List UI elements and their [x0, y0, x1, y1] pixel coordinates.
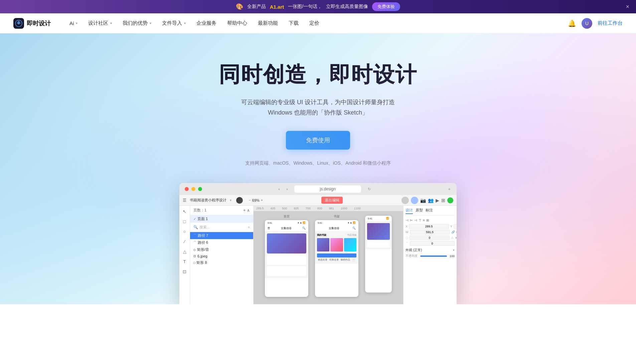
hamburger-icon[interactable]: ☰ — [183, 198, 186, 203]
banner-cta-button[interactable]: 免费体验 — [372, 2, 400, 11]
banner-separator: 一张图/一句话， — [288, 4, 322, 10]
pen-tool[interactable]: ∕ — [181, 238, 188, 245]
sort-icon[interactable]: ≡ — [248, 225, 250, 229]
triangle-tool[interactable]: △ — [181, 248, 188, 255]
nav-ai-chevron: ▾ — [76, 21, 77, 25]
y-label: Y — [450, 225, 452, 228]
layer-item-1[interactable]: ⌒ 路径 6 — [190, 239, 253, 246]
layer-search-bar[interactable]: 🔍 搜索... ≡ — [190, 223, 253, 232]
nav-item-advantages[interactable]: 我们的优势 ▾ — [117, 13, 157, 33]
frame-tool[interactable]: □ — [181, 218, 188, 225]
book-thumb-2 — [330, 238, 343, 251]
tab-bar-indicator — [317, 253, 356, 257]
r1-input[interactable] — [410, 235, 450, 240]
circle-tool[interactable]: ○ — [181, 228, 188, 235]
page-info-bar: 页数：1 + ∧ — [190, 206, 253, 215]
opacity-label: 不透明度 — [406, 254, 418, 258]
search-icon: 🔍 — [193, 225, 198, 229]
exit-edit-button[interactable]: 退出编辑 — [321, 197, 343, 204]
color-mode-icon[interactable] — [236, 197, 243, 204]
nav-forward-icon[interactable]: › — [287, 187, 288, 191]
add-page-icon[interactable]: + — [243, 208, 246, 213]
align-left-icon[interactable]: ⊣ — [406, 218, 409, 222]
hero-cta-button[interactable]: 免费使用 — [286, 131, 350, 150]
workspace-button[interactable]: 前往工作台 — [598, 20, 623, 26]
nav-item-help[interactable]: 帮助中心 — [222, 13, 253, 33]
opacity-slider-track[interactable] — [420, 255, 447, 257]
grid-icon[interactable]: ⊞ — [441, 198, 445, 203]
phone1-status-bar: 9:41 ● ▲ 📶 — [265, 220, 308, 225]
exit-edit-container: 退出编辑 — [266, 197, 398, 204]
add-tab-icon[interactable]: ＋ — [447, 186, 451, 192]
zoom-minus-icon[interactable]: − — [249, 198, 251, 202]
user-avatar[interactable]: U — [582, 18, 592, 29]
phone3-content — [365, 221, 392, 249]
traffic-red-button[interactable] — [185, 187, 189, 191]
logo-link[interactable]: 即时设计 — [13, 18, 51, 29]
traffic-green-button[interactable] — [198, 187, 202, 191]
warning-icon: ⚠ — [451, 236, 454, 239]
y-input[interactable] — [454, 224, 457, 229]
text-tool[interactable]: T — [181, 258, 188, 265]
logo-text: 即时设计 — [27, 19, 51, 27]
tab-annotation[interactable]: 标注 — [426, 208, 433, 214]
banner-close-button[interactable]: × — [626, 3, 629, 10]
select-tool[interactable]: ↖ — [181, 208, 188, 215]
nav-item-pricing[interactable]: 定价 — [304, 13, 325, 33]
corner-icon: ◌ — [406, 236, 408, 239]
tab-prototype[interactable]: 原型 — [416, 208, 423, 214]
x-label: X — [406, 225, 408, 228]
canvas-content[interactable]: 首页 9:41 ● ▲ 📶 ☰ 云集佳谷 🔍 — [254, 211, 403, 304]
phone2-signal: ● ▲ 📶 — [348, 221, 356, 224]
layer-item-4[interactable]: □ 矩形 8 — [190, 259, 253, 266]
nav-item-download[interactable]: 下载 — [283, 13, 304, 33]
phone1-banner — [267, 233, 306, 253]
layer-rect8-label: 矩形 8 — [196, 260, 207, 265]
tab2: 经典名著 — [329, 258, 339, 261]
align-right-icon[interactable]: ⊣ — [414, 218, 417, 222]
collapse-icon[interactable]: ∧ — [247, 208, 250, 213]
zoom-plus-icon[interactable]: + — [261, 198, 263, 202]
nav-item-enterprise[interactable]: 企业服务 — [191, 13, 222, 33]
align-center-v-icon[interactable]: ≡ — [423, 218, 425, 222]
align-top-icon[interactable]: ⊤ — [419, 218, 422, 222]
phone2-nav-bar: 云集佳谷 🔍 — [315, 225, 358, 231]
align-center-h-icon[interactable]: ⊢ — [410, 218, 413, 222]
tab-design[interactable]: 设计 — [406, 208, 413, 214]
notification-bell-icon[interactable]: 🔔 — [568, 19, 576, 27]
r2-input[interactable] — [410, 241, 455, 246]
position-section: X Y W 🔗 H ◌ ⚠ — [406, 224, 455, 246]
people-icon[interactable]: 👥 — [428, 198, 434, 203]
nav-ai-label: Ai — [69, 20, 74, 26]
nav-item-features[interactable]: 最新功能 — [253, 13, 283, 33]
appearance-chevron[interactable]: ▾ — [453, 248, 455, 252]
nav-community-chevron: ▾ — [110, 21, 112, 25]
play-icon[interactable]: ▶ — [436, 198, 439, 203]
lock-icon[interactable]: 🔗 — [451, 230, 455, 234]
phone1-signal: ● ▲ 📶 — [298, 221, 306, 224]
nav-item-community[interactable]: 设计社区 ▾ — [83, 13, 117, 33]
nav-item-ai[interactable]: Ai ▾ — [64, 13, 83, 33]
url-bar[interactable]: js.design — [294, 185, 361, 193]
w-input[interactable] — [410, 230, 450, 234]
hero-platforms-text: 支持网页端、macOS、Windows、Linux、iOS、Android 和微… — [245, 160, 391, 166]
layer-item-3[interactable]: ⊡ 6.jpeg — [190, 253, 253, 259]
project-name-chevron: ▾ — [230, 198, 231, 202]
traffic-yellow-button[interactable] — [191, 187, 195, 191]
x-input[interactable] — [409, 224, 449, 229]
image-tool[interactable]: ⊡ — [181, 268, 188, 275]
nav-item-import[interactable]: 文件导入 ▾ — [157, 13, 191, 33]
camera-icon[interactable]: 📷 — [420, 198, 426, 203]
h-label: H — [456, 230, 457, 234]
nav-back-icon[interactable]: ‹ — [279, 187, 280, 191]
x-position-row: X Y — [406, 224, 455, 229]
page-item[interactable]: ✓ 页面 1 — [190, 215, 253, 223]
layer-item-2[interactable]: ◇ 矩形/音 — [190, 246, 253, 253]
app-titlebar: ‹ › js.design ↻ ＋ — [179, 183, 457, 195]
bottom-tab-bar: 精选名著 经典名著 畅销作品 ··· — [317, 258, 356, 261]
phone2-status-bar: 9:41 ● ▲ 📶 — [315, 220, 358, 225]
layer-item-0[interactable]: ⌒ 路径 7 — [190, 232, 253, 239]
reload-icon[interactable]: ↻ — [368, 187, 371, 191]
top-banner: 🎨 全新产品 A1.art 一张图/一句话， 立即生成高质量图像 免费体验 × — [0, 0, 636, 13]
distribute-icon[interactable]: ⊞ — [426, 218, 429, 222]
